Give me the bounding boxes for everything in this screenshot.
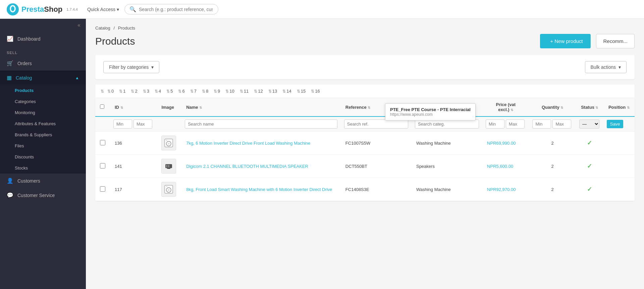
filter-qty-max[interactable] <box>552 119 571 129</box>
search-icon: 🔍 <box>129 6 136 12</box>
sidebar-label-catalog: Catalog <box>16 75 32 81</box>
row-name: 8kg, Front Load Smart Washing Machine wi… <box>181 178 341 201</box>
sort-item-11[interactable]: ⇅ 11 <box>238 88 251 94</box>
sort-item-3[interactable]: ⇅ 3 <box>141 88 151 94</box>
status-check-icon: ✓ <box>587 186 592 193</box>
header-name[interactable]: Name ⇅ <box>181 98 341 116</box>
sidebar-sub-item-stocks[interactable]: Stocks <box>0 162 86 174</box>
sidebar-item-orders[interactable]: 🛒 Orders <box>0 56 86 70</box>
bulk-actions-button[interactable]: Bulk actions ▾ <box>585 61 627 73</box>
filter-checkbox-cell <box>95 116 110 132</box>
product-name-link[interactable]: 7kg, 6 Motion Inverter Direct Drive Fron… <box>186 141 310 146</box>
search-input[interactable] <box>139 7 213 12</box>
sidebar-sub-item-monitoring[interactable]: Monitoring <box>0 107 86 118</box>
sort-item-2[interactable]: ⇅ 2 <box>129 88 139 94</box>
select-all-checkbox[interactable] <box>100 104 104 109</box>
new-product-button[interactable]: + New product <box>540 34 591 48</box>
sort-item-5[interactable]: ⇅ 5 <box>164 88 175 94</box>
header-position[interactable]: Position ⇅ <box>603 98 635 116</box>
row-position <box>603 132 635 155</box>
row-checkbox[interactable] <box>100 186 105 192</box>
save-filter-button[interactable]: Save <box>607 120 624 128</box>
row-name: Digicom 2.1 CHANNEL BLUETOOTH MULTIMEDIA… <box>181 155 341 178</box>
sidebar-sub-item-brands[interactable]: Brands & Suppliers <box>0 129 86 140</box>
sidebar-sub-item-files[interactable]: Files <box>0 140 86 151</box>
sort-item-10[interactable]: ⇅ 10 <box>223 88 236 94</box>
header-quantity[interactable]: Quantity ⇅ <box>529 98 576 116</box>
sidebar-sub-item-discounts[interactable]: Discounts <box>0 151 86 162</box>
sort-item-16[interactable]: ⇅ 16 <box>309 88 322 94</box>
sort-row: ⇅ ⇅ 0 ⇅ 1 ⇅ 2 ⇅ 3 ⇅ 4 ⇅ 5 ⇅ 6 ⇅ 7 ⇅ 8 ⇅ … <box>95 85 635 98</box>
row-price: NPR92,970.00 <box>482 178 529 201</box>
filter-id-min[interactable] <box>113 119 132 129</box>
row-status: ✓ <box>576 132 603 155</box>
sort-item-14[interactable]: ⇅ 14 <box>280 88 293 94</box>
customer-service-icon: 💬 <box>7 192 13 198</box>
header-price[interactable]: Price (vatexcl.) ⇅ <box>482 98 529 116</box>
header-status[interactable]: Status ⇅ <box>576 98 603 116</box>
sidebar-item-dashboard[interactable]: 📈 Dashboard <box>0 32 86 46</box>
row-quantity: 2 <box>529 132 576 155</box>
filter-ref-input[interactable] <box>344 119 408 129</box>
filter-status-select[interactable]: — Yes No <box>579 119 599 129</box>
filter-bar: Filter by categories ▾ Bulk actions ▾ <box>95 55 635 79</box>
chevron-down-icon: ▾ <box>117 7 119 12</box>
row-status: ✓ <box>576 178 603 201</box>
sidebar-item-customer-service[interactable]: 💬 Customer Service <box>0 188 86 202</box>
filter-price-max[interactable] <box>506 119 525 129</box>
product-name-link[interactable]: Digicom 2.1 CHANNEL BLUETOOTH MULTIMEDIA… <box>186 164 308 169</box>
sidebar-sub-item-products[interactable]: Products <box>0 85 86 96</box>
product-name-link[interactable]: 8kg, Front Load Smart Washing Machine wi… <box>186 187 332 192</box>
sort-item-12[interactable]: ⇅ 12 <box>252 88 265 94</box>
catalog-submenu: Products Categories Monitoring Attribute… <box>0 85 86 174</box>
sidebar-sub-label-monitoring: Monitoring <box>15 110 35 115</box>
header-id[interactable]: ID ⇅ <box>110 98 157 116</box>
filter-id-cell <box>110 116 157 132</box>
catalog-icon: ▦ <box>7 75 12 81</box>
sidebar-sub-item-attributes[interactable]: Attributes & Features <box>0 118 86 129</box>
sort-item-0[interactable]: ⇅ 0 <box>105 88 116 94</box>
filter-price-min[interactable] <box>486 119 504 129</box>
recommend-button[interactable]: Recomm... <box>596 34 635 48</box>
search-bar[interactable]: 🔍 <box>124 4 218 14</box>
filter-name-input[interactable] <box>185 119 337 129</box>
row-status: ✓ <box>576 155 603 178</box>
filter-categories-button[interactable]: Filter by categories ▾ <box>103 61 159 73</box>
row-checkbox[interactable] <box>100 163 105 168</box>
catalog-expand-icon: ▲ <box>75 76 79 80</box>
sort-item-15[interactable]: ⇅ 15 <box>295 88 308 94</box>
filter-price-cell <box>482 116 529 132</box>
sort-item-13[interactable]: ⇅ 13 <box>266 88 279 94</box>
quick-access-button[interactable]: Quick Access ▾ <box>87 7 119 12</box>
breadcrumb-catalog[interactable]: Catalog <box>95 26 110 31</box>
row-reference: FC1408S3E <box>341 178 412 201</box>
sort-item-9[interactable]: ⇅ 9 <box>212 88 222 94</box>
row-price: NPR69,990.00 <box>482 132 529 155</box>
sidebar-sub-label-brands: Brands & Suppliers <box>15 132 52 137</box>
sort-item-4[interactable]: ⇅ 4 <box>153 88 163 94</box>
sidebar-sub-item-categories[interactable]: Categories <box>0 96 86 107</box>
row-image <box>157 155 181 178</box>
filter-id-max[interactable] <box>133 119 152 129</box>
sidebar-item-catalog[interactable]: ▦ Catalog ▲ <box>0 70 86 85</box>
status-check-icon: ✓ <box>587 163 592 170</box>
tooltip-title: PTE_Free PTE Course - PTE Interracial <box>390 107 471 112</box>
sort-price-icon: ⇅ <box>511 108 513 112</box>
breadcrumb-products[interactable]: Products <box>118 26 135 31</box>
sort-item-7[interactable]: ⇅ 7 <box>188 88 199 94</box>
sort-item-8[interactable]: ⇅ 8 <box>200 88 210 94</box>
svg-rect-10 <box>166 165 167 167</box>
logo-brand: PrestaShop <box>21 5 62 14</box>
filter-qty-min[interactable] <box>532 119 551 129</box>
svg-rect-12 <box>167 168 170 169</box>
filter-category-input[interactable] <box>415 119 479 129</box>
row-checkbox[interactable] <box>100 140 105 145</box>
sort-item-6[interactable]: ⇅ 6 <box>176 88 186 94</box>
product-thumb <box>161 159 176 174</box>
sort-qty-icon: ⇅ <box>560 106 563 109</box>
sort-ref-icon: ⇅ <box>368 106 370 109</box>
sort-item-1[interactable]: ⇅ 1 <box>117 88 127 94</box>
sidebar-collapse-button[interactable]: « <box>0 19 86 32</box>
sidebar-item-customers[interactable]: 👤 Customers <box>0 174 86 188</box>
row-position <box>603 178 635 201</box>
